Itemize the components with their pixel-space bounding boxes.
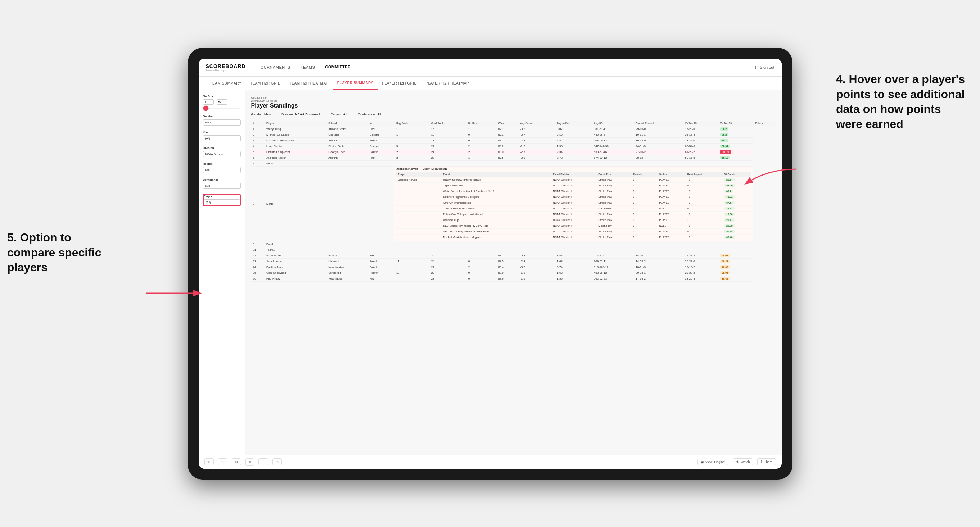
col-sg: Avg SG bbox=[592, 121, 634, 126]
clock-button[interactable]: ◷ bbox=[272, 458, 282, 465]
cell-points[interactable]: 40.02 bbox=[718, 264, 754, 270]
table-row: 22Ian GilliganFloridaThird 1024168.7-0.8… bbox=[251, 252, 776, 258]
view-original-label: View: Original bbox=[705, 460, 725, 464]
top-nav-right: | Sign out bbox=[755, 65, 774, 70]
share-label: Share bbox=[764, 460, 772, 464]
top-nav: SCOREBOARD Powered by clippi TOURNAMENTS… bbox=[199, 59, 782, 77]
table-row-highlighted: 5Christo LamprechtGeorgia TechFourth 221… bbox=[251, 149, 776, 155]
filter-division-label: Division: bbox=[282, 113, 294, 116]
annotation-4: 4. Hover over a player's points to see a… bbox=[836, 72, 966, 132]
col-conf: Conf Rank bbox=[430, 121, 466, 126]
tooltip-table: Player Event Event Division Event Type R… bbox=[396, 172, 751, 240]
cell-points-highlight[interactable]: 80.89 bbox=[718, 149, 754, 155]
filter-gender-label: Gender: bbox=[251, 113, 263, 116]
share-button[interactable]: ⤴ Share bbox=[757, 458, 776, 465]
player-section: Player (All) bbox=[203, 194, 241, 206]
conference-select[interactable]: (All) bbox=[203, 183, 241, 189]
table-row: 4Luke ClantonFlorida StateSecond 527268.… bbox=[251, 143, 776, 149]
sidebar: No Rds. Gender Men Women bbox=[199, 90, 245, 455]
cell-points[interactable]: 79.1 bbox=[718, 137, 754, 143]
cell-points[interactable]: 38.49 bbox=[718, 276, 754, 281]
watch-label: Watch bbox=[741, 460, 750, 464]
region-select[interactable]: N/A bbox=[203, 167, 241, 173]
cell-points[interactable]: 88.2 bbox=[718, 126, 754, 132]
sub-player-summary[interactable]: PLAYER SUMMARY bbox=[333, 76, 378, 90]
annotation-5: 5. Option to compare specific players bbox=[7, 230, 123, 275]
filter-region: Region: All bbox=[330, 113, 347, 116]
division-select[interactable]: NCAA Division I bbox=[203, 151, 241, 157]
gender-select[interactable]: Men Women bbox=[203, 119, 241, 125]
sub-player-h2h-heatmap[interactable]: PLAYER H2H HEATMAP bbox=[421, 76, 473, 90]
sub-team-h2h-grid[interactable]: TEAM H2H GRID bbox=[246, 76, 285, 90]
filter-conference: Conference: All bbox=[358, 113, 382, 116]
player-label: Player bbox=[204, 195, 240, 198]
eye-icon: 👁 bbox=[736, 460, 739, 464]
table-row: 25Cole SherwoodVanderbiltFourth 1223068.… bbox=[251, 270, 776, 276]
filter-division: Division: NCAA Division I bbox=[282, 113, 320, 116]
table-row: 3Michael ThorbjornsenStanfordFourth 1110… bbox=[251, 137, 776, 143]
no-rds-max-input[interactable] bbox=[217, 99, 228, 105]
cell-points[interactable]: 88.94 bbox=[718, 143, 754, 149]
tablet-screen: SCOREBOARD Powered by clippi TOURNAMENTS… bbox=[199, 59, 782, 469]
view-original-button[interactable]: ▣ View: Original bbox=[697, 459, 729, 465]
main-content: No Rds. Gender Men Women bbox=[199, 90, 782, 455]
cell-points[interactable]: 68.18 bbox=[718, 155, 754, 160]
bottom-toolbar: ↩ ↪ ⊞ ⧉ — ◷ ▣ View: Original 👁 Watch ⤴ S… bbox=[199, 455, 782, 469]
cell-points[interactable]: 40.27 bbox=[718, 258, 754, 264]
share-icon: ⤴ bbox=[760, 460, 762, 464]
division-section: Division NCAA Division I bbox=[203, 146, 241, 157]
table-row: 9Prest bbox=[251, 241, 776, 247]
col-reg: Reg Rank bbox=[395, 121, 430, 126]
col-school: School bbox=[326, 121, 368, 126]
cell-points[interactable]: 78.2 bbox=[718, 132, 754, 137]
conference-section: Conference (All) bbox=[203, 178, 241, 189]
filter-row: Gender: Men Division: NCAA Division I Re… bbox=[251, 113, 776, 116]
col-top25: Vs Top 25 bbox=[683, 121, 718, 126]
cell-player: Wenyi Ding bbox=[264, 126, 326, 132]
nav-teams[interactable]: TEAMS bbox=[299, 59, 317, 77]
watch-button[interactable]: 👁 Watch bbox=[733, 458, 753, 465]
logo-text: SCOREBOARD bbox=[206, 63, 246, 69]
filter-button[interactable]: ⊞ bbox=[232, 458, 241, 465]
copy-button[interactable]: ⧉ bbox=[245, 458, 254, 466]
sub-team-summary[interactable]: TEAM SUMMARY bbox=[206, 76, 246, 90]
sub-team-h2h-heatmap[interactable]: TEAM H2H HEATMAP bbox=[285, 76, 333, 90]
undo-button[interactable]: ↩ bbox=[204, 458, 214, 465]
filter-gender: Gender: Men bbox=[251, 113, 271, 116]
filter-division-value: NCAA Division I bbox=[295, 113, 320, 116]
cell-school: Arizona State bbox=[326, 126, 368, 132]
table-row: 24Bastien AmatNew MexicoFourth 127269.4-… bbox=[251, 264, 776, 270]
player-select[interactable]: (All) bbox=[204, 199, 240, 205]
col-player: Player bbox=[264, 121, 326, 126]
sign-out-link[interactable]: Sign out bbox=[760, 65, 774, 70]
no-rds-label: No Rds. bbox=[203, 95, 241, 98]
sub-player-h2h-grid[interactable]: PLAYER H2H GRID bbox=[378, 76, 422, 90]
filter-conference-value: All bbox=[377, 113, 382, 116]
cell-num: 1 bbox=[251, 126, 265, 132]
nav-tournaments[interactable]: TOURNAMENTS bbox=[257, 59, 292, 77]
logo-area: SCOREBOARD Powered by clippi bbox=[206, 63, 246, 71]
col-yr: Yr bbox=[368, 121, 395, 126]
table-row: 6Jackson KoivanAuburnFirst 227167.5-2.02… bbox=[251, 155, 776, 160]
gender-section: Gender Men Women bbox=[203, 115, 241, 125]
region-label: Region bbox=[203, 162, 241, 165]
nav-committee[interactable]: COMMITTEE bbox=[323, 59, 352, 77]
filter-gender-value: Men bbox=[264, 113, 270, 116]
filter-conference-label: Conference: bbox=[358, 113, 376, 116]
table-row: 1 Wenyi Ding Arizona State First 115167.… bbox=[251, 126, 776, 132]
division-label: Division bbox=[203, 146, 241, 150]
cell-points[interactable]: 48.68 bbox=[718, 252, 754, 258]
no-rds-min-input[interactable] bbox=[203, 99, 214, 105]
redo-button[interactable]: ↪ bbox=[218, 458, 228, 465]
table-row: 8Matts Jackson Koivan — Event Breakdown … bbox=[251, 166, 776, 241]
col-rds: No Rds. bbox=[466, 121, 496, 126]
dash-button[interactable]: — bbox=[258, 458, 268, 465]
arrow-5-svg bbox=[142, 284, 207, 302]
cell-points[interactable]: 38.95 bbox=[718, 270, 754, 276]
no-rds-slider[interactable] bbox=[203, 108, 241, 109]
table-row: 23Jack LundinMissouriFourth 1124068.5-2.… bbox=[251, 258, 776, 264]
page-title: Player Standings bbox=[251, 103, 776, 109]
year-select[interactable]: (All) bbox=[203, 135, 241, 141]
cell-yr: First bbox=[368, 126, 395, 132]
standings-table: # Player School Yr Reg Rank Conf Rank No… bbox=[251, 121, 776, 282]
